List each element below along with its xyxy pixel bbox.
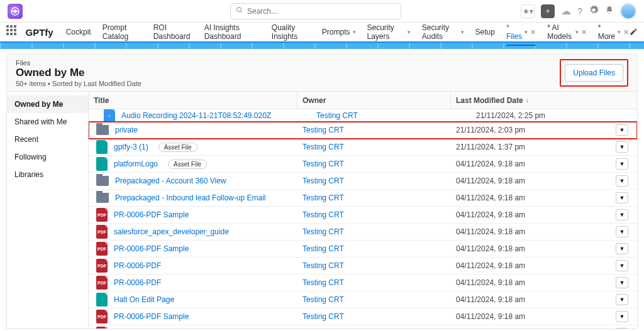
row-actions-menu[interactable]: ▼ bbox=[616, 243, 628, 254]
table-row[interactable]: Prepackaged - Inbound lead Follow-up Ema… bbox=[89, 190, 637, 207]
nav-item-ai-insights-dashboard[interactable]: AI Insights Dashboard bbox=[204, 23, 260, 41]
nav-item-roi-dashboard[interactable]: ROI Dashboard bbox=[153, 23, 193, 41]
row-actions-menu[interactable]: ▼ bbox=[616, 277, 628, 288]
owner-link[interactable]: Testing CRT bbox=[297, 261, 451, 270]
setup-gear-icon[interactable] bbox=[589, 5, 599, 17]
row-actions-menu[interactable]: ▼ bbox=[616, 226, 628, 237]
owner-link[interactable]: Testing CRT bbox=[297, 278, 451, 287]
date-cell: 04/11/2024, 9:18 am bbox=[451, 312, 604, 321]
file-title-link[interactable]: PR-0006-PDF Sample bbox=[114, 312, 189, 321]
owner-link[interactable]: Testing CRT bbox=[297, 227, 451, 236]
edit-nav-icon[interactable] bbox=[629, 28, 638, 36]
row-actions-menu[interactable]: ▼ bbox=[616, 328, 628, 328]
folder-file-icon bbox=[96, 193, 109, 203]
close-icon[interactable]: ✕ bbox=[623, 28, 629, 36]
table-row[interactable]: PDFPR-0006-PDF SampleTesting CRT04/11/20… bbox=[89, 241, 637, 258]
owner-link[interactable]: Testing CRT bbox=[297, 312, 451, 321]
favorites-icon[interactable]: ★▾ bbox=[521, 4, 535, 18]
asset-file-icon bbox=[96, 293, 108, 307]
table-row[interactable]: PDFsalesforce_apex_developer_guideTestin… bbox=[89, 224, 637, 241]
table-row[interactable]: PDFPR-0006-PDF SampleTesting CRT04/11/20… bbox=[89, 308, 637, 325]
sidebar-item-recent[interactable]: Recent bbox=[7, 131, 88, 148]
owner-link[interactable]: Testing CRT bbox=[311, 111, 465, 120]
upload-files-button[interactable]: Upload Files bbox=[565, 64, 623, 82]
file-title-link[interactable]: Prepackaged - Inbound lead Follow-up Ema… bbox=[115, 193, 265, 202]
table-row[interactable]: gptfy-3 (1)Asset FileTesting CRT21/11/20… bbox=[89, 139, 637, 156]
row-actions-menu[interactable]: ▼ bbox=[616, 260, 628, 271]
table-row[interactable]: PDFPR-0006-PDFTesting CRT04/11/2024, 9:1… bbox=[89, 274, 637, 291]
row-actions-menu[interactable]: ▼ bbox=[616, 158, 628, 170]
salesforce-icon[interactable]: ☁ bbox=[561, 5, 571, 17]
row-actions-menu[interactable]: ▼ bbox=[616, 124, 628, 136]
row-actions-menu[interactable]: ▼ bbox=[616, 209, 628, 220]
file-title-link[interactable]: platformLogo bbox=[114, 160, 158, 168]
owner-link[interactable]: Testing CRT bbox=[297, 210, 451, 219]
help-icon[interactable]: ? bbox=[577, 6, 582, 16]
table-row[interactable]: PDFPR-0006-PDFTesting CRT04/11/2024, 9:1… bbox=[89, 325, 637, 328]
col-title[interactable]: Title bbox=[89, 92, 297, 109]
pdf-file-icon: PDF bbox=[96, 242, 108, 256]
table-row[interactable]: platformLogoAsset FileTesting CRT04/11/2… bbox=[89, 156, 637, 173]
owner-link[interactable]: Testing CRT bbox=[297, 295, 451, 304]
row-actions-menu[interactable]: ▼ bbox=[616, 141, 628, 153]
col-date-label: Last Modified Date bbox=[456, 96, 523, 105]
nav-item-prompt-catalog[interactable]: Prompt Catalog bbox=[103, 23, 142, 41]
chevron-down-icon: ▾ bbox=[353, 29, 356, 35]
table-row[interactable]: ♪Audio Recording 2024-11-21T08:52:49.020… bbox=[89, 109, 637, 122]
nav-item-cockpit[interactable]: Cockpit bbox=[66, 28, 91, 36]
table-row[interactable]: Halt On Edit PageTesting CRT04/11/2024, … bbox=[89, 291, 637, 308]
row-actions-menu[interactable]: ▼ bbox=[616, 294, 628, 305]
col-owner[interactable]: Owner bbox=[297, 92, 451, 109]
tab-more[interactable]: * More▾✕ bbox=[598, 23, 629, 41]
tab-label: * Files bbox=[506, 23, 522, 41]
nav-item-setup[interactable]: Setup bbox=[475, 28, 495, 36]
tab-files[interactable]: * Files▾✕ bbox=[506, 23, 536, 46]
sidebar-item-shared-with-me[interactable]: Shared with Me bbox=[7, 113, 88, 131]
owner-link[interactable]: Testing CRT bbox=[297, 143, 451, 151]
search-input[interactable] bbox=[247, 7, 396, 16]
global-search[interactable] bbox=[230, 3, 401, 19]
owner-link[interactable]: Testing CRT bbox=[297, 126, 451, 134]
close-icon[interactable]: ✕ bbox=[581, 28, 587, 36]
file-title-link[interactable]: PR-0006-PDF bbox=[114, 278, 161, 287]
user-avatar[interactable] bbox=[620, 3, 636, 19]
owner-link[interactable]: Testing CRT bbox=[297, 176, 451, 185]
add-icon[interactable]: ＋ bbox=[541, 4, 555, 18]
row-actions-menu[interactable]: ▼ bbox=[616, 311, 628, 322]
table-row[interactable]: PDFPR-0006-PDFTesting CRT04/11/2024, 9:1… bbox=[89, 258, 637, 274]
owner-link[interactable]: Testing CRT bbox=[297, 244, 451, 253]
file-title-link[interactable]: PR-0006-PDF bbox=[114, 261, 161, 270]
app-launcher-icon[interactable] bbox=[6, 25, 18, 39]
upload-highlight: Upload Files bbox=[560, 59, 628, 87]
table-row[interactable]: PDFPR-0006-PDF SampleTesting CRT04/11/20… bbox=[89, 207, 637, 224]
sidebar-item-owned-by-me[interactable]: Owned by Me bbox=[7, 95, 88, 113]
asset-file-icon bbox=[96, 140, 108, 154]
col-last-modified[interactable]: Last Modified Date ↓ bbox=[451, 92, 604, 109]
sidebar-item-following[interactable]: Following bbox=[7, 148, 88, 166]
nav-item-security-layers[interactable]: Security Layers▾ bbox=[367, 23, 411, 41]
tab-aimodels[interactable]: * AI Models▾✕ bbox=[547, 23, 586, 41]
file-title-link[interactable]: salesforce_apex_developer_guide bbox=[114, 227, 229, 236]
nav-item-security-audits[interactable]: Security Audits▾ bbox=[422, 23, 464, 41]
owner-link[interactable]: Testing CRT bbox=[297, 160, 451, 168]
tab-label: * AI Models bbox=[547, 23, 572, 41]
nav-item-prompts[interactable]: Prompts▾ bbox=[322, 28, 356, 36]
date-cell: 21/11/2024, 2:25 pm bbox=[471, 111, 625, 120]
file-title-link[interactable]: private bbox=[115, 126, 138, 134]
file-title-link[interactable]: gptfy-3 (1) bbox=[114, 143, 148, 151]
file-title-link[interactable]: PR-0006-PDF Sample bbox=[114, 210, 189, 219]
row-actions-menu[interactable]: ▼ bbox=[616, 175, 628, 187]
nav-item-quality-insights[interactable]: Quality Insights bbox=[272, 23, 311, 41]
file-title-link[interactable]: Halt On Edit Page bbox=[114, 295, 174, 304]
file-title-link[interactable]: PR-0006-PDF Sample bbox=[114, 244, 189, 253]
sidebar-item-libraries[interactable]: Libraries bbox=[7, 166, 88, 183]
table-row[interactable]: privateTesting CRT21/11/2024, 2:03 pm▼ bbox=[89, 122, 637, 139]
row-actions-menu[interactable]: ▼ bbox=[616, 192, 628, 203]
file-title-link[interactable]: Audio Recording 2024-11-21T08:52:49.020Z bbox=[121, 111, 271, 120]
sort-arrow-icon: ↓ bbox=[526, 97, 529, 104]
notifications-icon[interactable] bbox=[605, 6, 614, 16]
owner-link[interactable]: Testing CRT bbox=[297, 193, 451, 202]
table-row[interactable]: Prepackaged - Account 360 ViewTesting CR… bbox=[89, 173, 637, 190]
file-title-link[interactable]: Prepackaged - Account 360 View bbox=[115, 176, 226, 185]
close-icon[interactable]: ✕ bbox=[530, 28, 536, 36]
